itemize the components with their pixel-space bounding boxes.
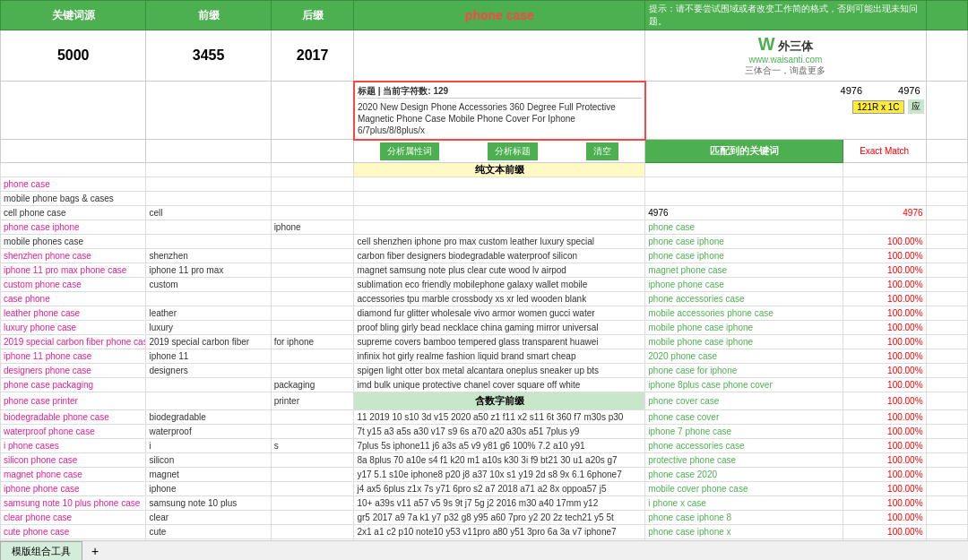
col-a-header: 关键词源	[1, 1, 146, 30]
right-num-1: 4976	[841, 85, 862, 96]
count-c: 2017	[271, 30, 354, 82]
content-cell	[354, 191, 645, 205]
sub-a	[1, 82, 146, 140]
empty-g-cell	[926, 177, 967, 191]
suffix-cell: s	[271, 438, 354, 452]
table-row: mobile phones casecell shenzhen iphone p…	[1, 234, 968, 248]
prefix-cell	[146, 220, 271, 234]
match-percent-cell: 100.00%	[843, 467, 926, 481]
prefix-e	[645, 162, 843, 177]
table-row: 2019 special carbon fiber phone case2019…	[1, 334, 968, 349]
match-percent-cell: 100.00%	[843, 438, 926, 452]
suffix-cell	[271, 291, 354, 306]
match-percent-cell: 100.00%	[843, 363, 926, 377]
keyword-source-cell: iphone 11 phone case	[1, 349, 146, 363]
analyze-attr-button[interactable]: 分析属性词	[380, 142, 439, 160]
matched-keyword-cell: i phone x case	[645, 495, 843, 510]
empty-g-cell	[926, 263, 967, 277]
suffix-cell	[271, 277, 354, 291]
content-cell: 7plus 5s iphone11 j6 a3s a5 v9 y81 g6 10…	[354, 438, 645, 452]
match-percent-cell: 100.00%	[843, 424, 926, 438]
table-row: case phoneaccessories tpu marble crossbo…	[1, 291, 968, 306]
suffix-cell: printer	[271, 392, 354, 409]
matched-keyword-cell: 4976	[645, 205, 843, 220]
matched-keyword-cell: phone case 2020	[645, 467, 843, 481]
empty-g-cell	[926, 306, 967, 320]
content-cell: 7t y15 a3 a5s a30 v17 s9 6s a70 a20 a30s…	[354, 424, 645, 438]
prefix-cell: waterproof	[146, 424, 271, 438]
clear-button[interactable]: 清空	[586, 142, 618, 160]
suffix-cell	[271, 452, 354, 467]
keyword-source-cell: iphone phone case	[1, 481, 146, 495]
analyze-title-button[interactable]: 分析标题	[488, 142, 538, 160]
content-cell: proof bling girly bead necklace china ga…	[354, 320, 645, 334]
table-row: phone case iphoneiphonephone case	[1, 220, 968, 234]
action-a	[1, 140, 146, 163]
content-cell: 10+ a39s v11 a57 v5 9s 9t j7 5g j2 2016 …	[354, 495, 645, 510]
matched-keyword-cell: iphone 7 phone case	[645, 424, 843, 438]
add-tab-button[interactable]: +	[84, 541, 106, 561]
match-percent-cell	[843, 177, 926, 191]
matched-keyword-cell: phone accessories case	[645, 291, 843, 306]
waisanti-w-icon: W	[758, 34, 775, 54]
matched-keyword-cell: iphone 8plus case phone cover	[645, 377, 843, 392]
empty-g-cell	[926, 277, 967, 291]
keyword-source-cell: silicon phone case	[1, 452, 146, 467]
keyword-source-cell: phone case	[1, 177, 146, 191]
col-e-header: 提示：请不要尝试围域或者改变工作简的格式，否则可能出现未知问题。	[645, 1, 926, 30]
sub-c	[271, 82, 354, 140]
keyword-source-cell: mobile phones case	[1, 234, 146, 248]
content-cell	[354, 220, 645, 234]
column-header-row: 关键词源 前缀 后缀 phone case 提示：请不要尝试围域或者改变工作简的…	[1, 1, 968, 30]
content-cell: diamond fur glitter wholesale vivo armor…	[354, 306, 645, 320]
tab-bar: 模版组合工具 +	[0, 540, 968, 560]
prefix-cell	[146, 177, 271, 191]
keyword-source-cell: clear phone case	[1, 510, 146, 524]
content-cell: 含数字前缀	[354, 392, 645, 409]
table-row: cell phone casecell49764976	[1, 205, 968, 220]
match-percent-cell: 100.00%	[843, 248, 926, 263]
section-header-row: 纯文本前缀	[1, 162, 968, 177]
suffix-cell	[271, 524, 354, 538]
num-badge: 121R x 1C	[852, 100, 903, 114]
table-row: mobile phone bags & cases	[1, 191, 968, 205]
empty-g-cell	[926, 510, 967, 524]
prefix-c	[271, 162, 354, 177]
suffix-cell	[271, 177, 354, 191]
table-row: clear phone casecleargr5 2017 a9 7a k1 y…	[1, 510, 968, 524]
match-percent-cell: 100.00%	[843, 349, 926, 363]
table-row: i phone casesis7plus 5s iphone11 j6 a3s …	[1, 438, 968, 452]
suffix-cell: iphone	[271, 220, 354, 234]
prefix-cell	[146, 392, 271, 409]
prefix-cell: cell	[146, 205, 271, 220]
prefix-cell: samsung note 10 plus	[146, 495, 271, 510]
matched-keyword-cell	[645, 177, 843, 191]
match-percent-cell: 100.00%	[843, 334, 926, 349]
matched-keyword-cell: phone case for iphone	[645, 363, 843, 377]
match-percent-cell	[843, 220, 926, 234]
keyword-source-cell: biodegradable phone case	[1, 409, 146, 424]
suffix-cell	[271, 263, 354, 277]
match-percent-cell: 100.00%	[843, 452, 926, 467]
content-cell: 8a 8plus 70 a10e s4 f1 k20 m1 a10s k30 3…	[354, 452, 645, 467]
waisanti-slogan: 三体合一，询盘更多	[649, 65, 921, 77]
content-cell: cell shenzhen iphone pro max custom leat…	[354, 234, 645, 248]
empty-d	[354, 30, 645, 82]
keyword-source-cell: magnet phone case	[1, 467, 146, 481]
tab-main[interactable]: 模版组合工具	[0, 541, 82, 561]
right-numbers: 4976 4976 121R x 1C 应	[645, 82, 926, 140]
matched-keyword-cell: iphone phone case	[645, 277, 843, 291]
keyword-source-cell: i phone cases	[1, 438, 146, 452]
table-row: biodegradable phone casebiodegradable11 …	[1, 409, 968, 424]
matched-keyword-cell: 2020 phone case	[645, 349, 843, 363]
matched-keywords-header: 匹配到的关键词	[645, 140, 843, 163]
keyword-source-cell: cute phone case	[1, 524, 146, 538]
suffix-cell: packaging	[271, 377, 354, 392]
empty-g-cell	[926, 424, 967, 438]
keyword-source-cell: carbon fiber phone case	[1, 538, 146, 540]
match-percent-cell: 100.00%	[843, 510, 926, 524]
content-cell	[354, 177, 645, 191]
col-d-header: phone case	[354, 1, 645, 30]
table-row: iphone 11 phone caseiphone 11infinix hot…	[1, 349, 968, 363]
match-percent-cell	[843, 191, 926, 205]
